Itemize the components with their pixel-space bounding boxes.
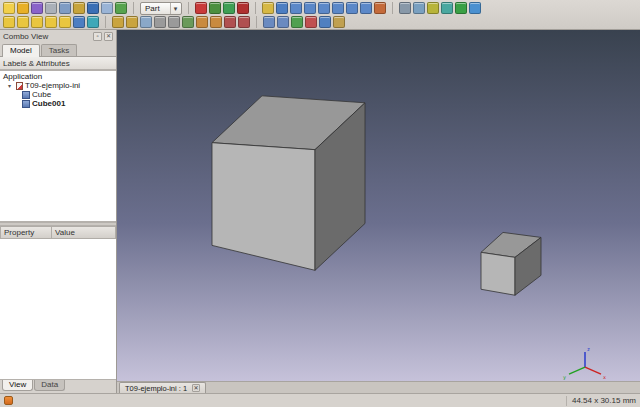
document-tab-label: T09-ejemplo-ini : 1 bbox=[125, 384, 187, 393]
part-boolean-icon[interactable] bbox=[291, 16, 303, 28]
tree-item-label: Application bbox=[3, 72, 42, 81]
part-offset-icon[interactable] bbox=[263, 16, 275, 28]
part-tools-toolbar bbox=[112, 16, 250, 28]
measure-distance-icon[interactable] bbox=[374, 2, 386, 14]
combo-view-titlebar: Combo View ▫ ✕ bbox=[0, 30, 116, 43]
status-separator bbox=[566, 396, 567, 406]
part-section-icon[interactable] bbox=[224, 16, 236, 28]
part-box-icon[interactable] bbox=[3, 16, 15, 28]
part-fillet-icon[interactable] bbox=[154, 16, 166, 28]
refresh-icon[interactable] bbox=[115, 2, 127, 14]
toolbar-separator bbox=[133, 2, 134, 14]
rear-view-icon[interactable] bbox=[332, 2, 344, 14]
tree-item-cube[interactable]: Cube bbox=[0, 90, 116, 99]
part-union-icon[interactable] bbox=[319, 16, 331, 28]
bottom-view-icon[interactable] bbox=[346, 2, 358, 14]
tree-item-application[interactable]: Application bbox=[0, 72, 116, 81]
part-primitives-toolbar bbox=[3, 16, 99, 28]
toolbar-row-2 bbox=[3, 15, 637, 29]
toolbar-separator bbox=[255, 2, 256, 14]
scene-inspector-icon[interactable] bbox=[441, 2, 453, 14]
expander-icon[interactable]: ▾ bbox=[8, 82, 14, 89]
part-thickness-icon[interactable] bbox=[277, 16, 289, 28]
part-torus-icon[interactable] bbox=[59, 16, 71, 28]
copy-icon[interactable] bbox=[59, 2, 71, 14]
tree-item-document[interactable]: ▾ T09-ejemplo-ini bbox=[0, 81, 116, 90]
close-icon[interactable]: ✕ bbox=[192, 384, 200, 392]
macro-execute-icon[interactable] bbox=[223, 2, 235, 14]
part-cut-icon[interactable] bbox=[305, 16, 317, 28]
cut-icon[interactable] bbox=[45, 2, 57, 14]
part-cross-sections-icon[interactable] bbox=[238, 16, 250, 28]
3d-viewport-canvas[interactable]: x y z bbox=[117, 30, 640, 381]
new-document-icon[interactable] bbox=[3, 2, 15, 14]
part-loft-icon[interactable] bbox=[196, 16, 208, 28]
part-chamfer-icon[interactable] bbox=[168, 16, 180, 28]
property-table-body bbox=[0, 239, 116, 380]
top-view-icon[interactable] bbox=[304, 2, 316, 14]
tree-item-cube001[interactable]: Cube001 bbox=[0, 99, 116, 108]
document-area: x y z T09-ejemplo-ini : 1 ✕ bbox=[117, 30, 640, 393]
redo-icon[interactable] bbox=[101, 2, 113, 14]
part-cylinder-icon[interactable] bbox=[17, 16, 29, 28]
value-column-header[interactable]: Value bbox=[52, 226, 116, 239]
tree-item-label: T09-ejemplo-ini bbox=[25, 81, 80, 90]
part-cone-icon[interactable] bbox=[45, 16, 57, 28]
part-extrude-icon[interactable] bbox=[112, 16, 124, 28]
document-tab[interactable]: T09-ejemplo-ini : 1 ✕ bbox=[119, 382, 206, 393]
toolbar-separator bbox=[256, 16, 257, 28]
part-shapebuilder-icon[interactable] bbox=[87, 16, 99, 28]
status-indicator-icon[interactable] bbox=[4, 396, 13, 405]
part-primitives-icon[interactable] bbox=[73, 16, 85, 28]
axis-x-label: x bbox=[603, 374, 606, 380]
texture-icon[interactable] bbox=[427, 2, 439, 14]
part-sphere-icon[interactable] bbox=[31, 16, 43, 28]
check-geometry-icon[interactable] bbox=[469, 2, 481, 14]
workbench-selector-value: Part bbox=[145, 4, 160, 13]
tab-model[interactable]: Model bbox=[2, 44, 40, 57]
cube-icon bbox=[22, 100, 30, 108]
toolbar-separator bbox=[392, 2, 393, 14]
property-column-header[interactable]: Property bbox=[0, 226, 52, 239]
part-intersection-icon[interactable] bbox=[333, 16, 345, 28]
workbench-selector[interactable]: Part ▾ bbox=[140, 2, 182, 15]
combo-view-panel: Combo View ▫ ✕ Model Tasks Labels & Attr… bbox=[0, 30, 117, 393]
macro-stop-icon[interactable] bbox=[237, 2, 249, 14]
open-document-icon[interactable] bbox=[17, 2, 29, 14]
part-revolve-icon[interactable] bbox=[126, 16, 138, 28]
part-ruled-surface-icon[interactable] bbox=[182, 16, 194, 28]
draw-style-icon[interactable] bbox=[399, 2, 411, 14]
save-icon[interactable] bbox=[31, 2, 43, 14]
part-mirror-icon[interactable] bbox=[140, 16, 152, 28]
3d-viewport[interactable]: x y z bbox=[117, 30, 640, 381]
chevron-down-icon: ▾ bbox=[170, 3, 178, 14]
macro-open-icon[interactable] bbox=[209, 2, 221, 14]
undo-icon[interactable] bbox=[87, 2, 99, 14]
view-toolbar bbox=[262, 2, 386, 14]
tab-data[interactable]: Data bbox=[34, 380, 65, 391]
tree-column-header[interactable]: Labels & Attributes bbox=[0, 57, 116, 70]
property-view-tabs: View Data bbox=[0, 380, 116, 393]
tree-item-label: Cube bbox=[32, 90, 51, 99]
cube-small-front-face[interactable] bbox=[481, 252, 515, 295]
macro-record-icon[interactable] bbox=[195, 2, 207, 14]
misc-toolbar bbox=[399, 2, 481, 14]
toolbar-area: Part ▾ bbox=[0, 0, 640, 30]
paste-icon[interactable] bbox=[73, 2, 85, 14]
dependency-graph-icon[interactable] bbox=[455, 2, 467, 14]
document-tabbar: T09-ejemplo-ini : 1 ✕ bbox=[117, 381, 640, 393]
clipping-plane-icon[interactable] bbox=[413, 2, 425, 14]
tab-tasks[interactable]: Tasks bbox=[41, 44, 77, 56]
tab-view[interactable]: View bbox=[2, 380, 33, 391]
cube-large[interactable] bbox=[212, 96, 365, 271]
left-view-icon[interactable] bbox=[360, 2, 372, 14]
fit-all-icon[interactable] bbox=[262, 2, 274, 14]
front-view-icon[interactable] bbox=[290, 2, 302, 14]
close-panel-icon[interactable]: ✕ bbox=[104, 32, 113, 41]
property-table-header: Property Value bbox=[0, 226, 116, 239]
toolbar-row-1: Part ▾ bbox=[3, 1, 637, 15]
right-view-icon[interactable] bbox=[318, 2, 330, 14]
axonometric-view-icon[interactable] bbox=[276, 2, 288, 14]
part-sweep-icon[interactable] bbox=[210, 16, 222, 28]
float-panel-icon[interactable]: ▫ bbox=[93, 32, 102, 41]
